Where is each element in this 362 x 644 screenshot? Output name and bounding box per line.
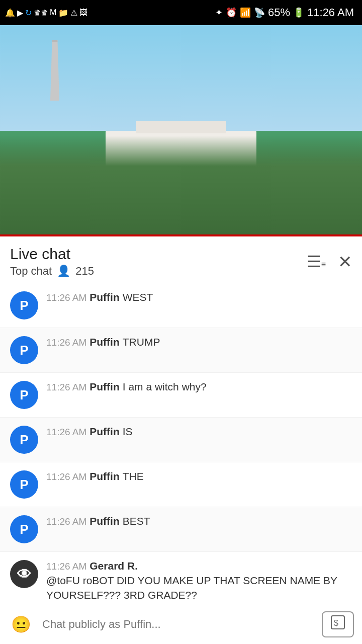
svg-text:$: $	[334, 619, 338, 627]
youtube-icon: ▶	[17, 8, 23, 18]
message-time: 11:26 AM	[46, 382, 86, 393]
close-button[interactable]: ✕	[338, 252, 352, 272]
warning-icon: ⚠	[70, 8, 77, 18]
message-line: 11:26 AMPuffinBEST	[46, 515, 352, 527]
message-line: 11:26 AMPuffinTRUMP	[46, 336, 352, 348]
header-actions: ☰≡ ✕	[307, 252, 352, 272]
status-icons-right: ✦ ⏰ 📶 📡 65% 🔋 11:26 AM	[215, 6, 354, 19]
message-line: 11:26 AMPuffinIS	[46, 426, 352, 438]
chat-input[interactable]	[42, 611, 314, 637]
message-author: Puffin	[89, 470, 119, 482]
message-content: 11:26 AMPuffinTRUMP	[46, 336, 352, 348]
alarm-icon: ⏰	[226, 7, 237, 18]
message-author: Puffin	[89, 426, 119, 438]
message-time: 11:26 AM	[46, 292, 86, 303]
tree-layer	[0, 136, 362, 236]
message-text: @toFU roBOT DID YOU MAKE UP THAT SCREEN …	[46, 573, 352, 603]
message-time: 11:26 AM	[46, 516, 86, 527]
chat-message: P11:26 AMPuffinIS	[0, 418, 362, 462]
avatar: P	[10, 515, 38, 543]
chat-message: P11:26 AMPuffinTRUMP	[0, 328, 362, 373]
battery-icon: 🔋	[293, 7, 304, 18]
message-text: THE	[123, 470, 144, 482]
crown-icon: ♛♛	[34, 8, 48, 18]
message-time: 11:26 AM	[46, 471, 86, 482]
status-bar: 🔔 ▶ ↻ ♛♛ M 📁 ⚠ 🖼 ✦ ⏰ 📶 📡 65% 🔋 11:26 AM	[0, 0, 362, 25]
signal-icon: 📡	[254, 7, 265, 18]
viewer-count: 215	[75, 265, 94, 278]
chat-message: P11:26 AMPuffinI am a witch why?	[0, 373, 362, 418]
message-author: Puffin	[89, 381, 119, 393]
message-content: 11:26 AMPuffinBEST	[46, 515, 352, 527]
send-button[interactable]: $	[322, 611, 354, 637]
time-display: 11:26 AM	[307, 6, 354, 19]
message-line: 11:26 AMPuffinI am a witch why?	[46, 381, 352, 393]
send-icon: $	[330, 615, 345, 633]
status-icons-left: 🔔 ▶ ↻ ♛♛ M 📁 ⚠ 🖼	[5, 8, 87, 18]
message-author: Puffin	[89, 515, 119, 527]
chat-messages-list: P11:26 AMPuffinWESTP11:26 AMPuffinTRUMPP…	[0, 283, 362, 644]
chat-message: P11:26 AMPuffinBEST	[0, 507, 362, 552]
chat-input-bar: 😐 $	[0, 604, 362, 644]
video-player[interactable]	[0, 25, 362, 236]
message-text: IS	[123, 426, 133, 438]
message-text: I am a witch why?	[123, 381, 207, 393]
message-text: BEST	[123, 515, 150, 527]
message-author: Puffin	[89, 336, 119, 348]
message-content: 11:26 AMPuffinTHE	[46, 470, 352, 482]
chat-message: P11:26 AMPuffinWEST	[0, 283, 362, 328]
filter-button[interactable]: ☰≡	[307, 252, 326, 271]
video-progress-bar[interactable]	[0, 234, 362, 236]
bluetooth-icon: ✦	[215, 7, 223, 18]
message-line: 11:26 AMPuffinTHE	[46, 470, 352, 482]
avatar: P	[10, 470, 38, 499]
avatar: P	[10, 336, 38, 364]
live-chat-panel: Live chat Top chat 👤 215 ☰≡ ✕ P11:26 AMP…	[0, 236, 362, 644]
message-time: 11:26 AM	[46, 337, 86, 348]
avatar: P	[10, 381, 38, 409]
image-icon: 🖼	[79, 8, 87, 17]
viewer-icon: 👤	[57, 265, 70, 278]
wifi-icon: 📶	[240, 7, 251, 18]
message-line: 11:26 AMGerard R.	[46, 560, 352, 572]
message-text: TRUMP	[123, 336, 160, 348]
chat-message: 11:26 AMGerard R.@toFU roBOT DID YOU MAK…	[0, 552, 362, 611]
message-content: 11:26 AMGerard R.@toFU roBOT DID YOU MAK…	[46, 560, 352, 603]
message-time: 11:26 AM	[46, 561, 86, 572]
message-author: Gerard R.	[89, 560, 138, 572]
chat-title-area: Live chat Top chat 👤 215	[10, 246, 94, 278]
avatar	[10, 560, 38, 588]
top-chat-row: Top chat 👤 215	[10, 265, 94, 278]
live-chat-title: Live chat	[10, 246, 94, 263]
message-line: 11:26 AMPuffinWEST	[46, 291, 352, 303]
notification-icon: 🔔	[5, 8, 15, 18]
chat-message: P11:26 AMPuffinTHE	[0, 462, 362, 507]
message-author: Puffin	[89, 291, 119, 303]
avatar: P	[10, 291, 38, 319]
avatar: P	[10, 426, 38, 454]
sync-icon: ↻	[25, 8, 32, 18]
mail-icon: M	[50, 8, 56, 17]
battery-text: 65%	[268, 6, 290, 19]
top-chat-label: Top chat	[10, 265, 52, 278]
emoji-button[interactable]: 😐	[8, 611, 34, 637]
message-text: WEST	[123, 291, 153, 303]
message-time: 11:26 AM	[46, 427, 86, 438]
message-content: 11:26 AMPuffinI am a witch why?	[46, 381, 352, 393]
folder-icon: 📁	[58, 8, 68, 18]
message-content: 11:26 AMPuffinWEST	[46, 291, 352, 303]
message-content: 11:26 AMPuffinIS	[46, 426, 352, 438]
live-chat-header: Live chat Top chat 👤 215 ☰≡ ✕	[0, 236, 362, 283]
